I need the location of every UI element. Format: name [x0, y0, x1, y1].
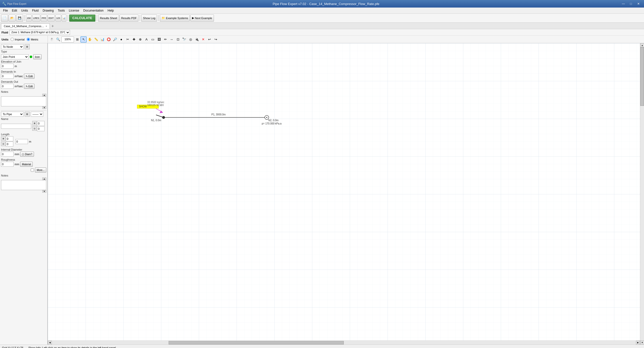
pipe-notes-area[interactable]	[1, 180, 46, 190]
menu-tools[interactable]: Tools	[56, 8, 67, 13]
zoom-out2-tool[interactable]: 🔭	[181, 36, 187, 42]
rect-tool[interactable]: ▭	[150, 36, 156, 42]
pipe2-tool[interactable]: 🔌	[194, 36, 200, 42]
imperial-radio-label[interactable]: Imperial	[11, 38, 25, 41]
scroll-up-btn[interactable]: ▲	[640, 43, 644, 47]
to-pipe-select[interactable]: To Pipe	[1, 112, 24, 117]
icon-btn-2[interactable]: LRES	[32, 15, 40, 22]
node-n1[interactable]	[162, 116, 165, 119]
bar-chart-tool[interactable]: 📊	[99, 36, 105, 42]
close-button[interactable]: ✕	[635, 1, 642, 6]
menu-license[interactable]: License	[67, 8, 81, 13]
demands-out-edit-btn[interactable]: ✎ Edit	[24, 84, 34, 89]
menu-fluid[interactable]: Fluid	[30, 8, 41, 13]
active-tab[interactable]: Case_14_Methane_Compress… ×	[1, 23, 50, 29]
icon-btn-6[interactable]: 📊	[62, 15, 66, 22]
icon-btn[interactable]: Icon	[33, 54, 42, 59]
menu-file[interactable]: File	[1, 8, 10, 13]
icon-btn-1[interactable]: 150	[26, 15, 32, 22]
cross-tool[interactable]: ✚	[131, 36, 137, 42]
icon-btn-5[interactable]: 123	[55, 15, 61, 22]
type-select[interactable]: Join Point	[1, 54, 29, 59]
scroll-down-btn[interactable]: ▼	[640, 340, 644, 344]
calculate-button[interactable]: CALCULATE	[69, 15, 95, 22]
pointer-tool[interactable]: ↖	[81, 36, 87, 42]
fit-tool[interactable]: ⊞	[74, 36, 80, 42]
node2-tool[interactable]: ◎	[187, 36, 194, 42]
maximize-button[interactable]: □	[627, 1, 634, 6]
elevation-input[interactable]	[1, 64, 14, 69]
node-grid-btn[interactable]: ⊞	[25, 44, 30, 49]
next-example-button[interactable]: ▶ Next Example	[190, 15, 214, 22]
text-tool[interactable]: A	[143, 36, 149, 42]
material-btn[interactable]: Material	[20, 162, 33, 167]
menu-drawing[interactable]: Drawing	[41, 8, 56, 13]
demands-out-input[interactable]	[1, 84, 14, 89]
v-scroll-track[interactable]	[640, 47, 644, 340]
fluid-selector[interactable]: Zone 1: Methane [0.679 kg/m³ at 0.0kPa.g…	[10, 30, 70, 35]
pump-tool[interactable]: ⊕	[137, 36, 143, 42]
length-btn-2[interactable]: ⊡	[1, 142, 6, 146]
cursor-tool[interactable]: 🖱️	[49, 36, 55, 42]
results-sheet-button[interactable]: Results Sheet	[98, 15, 119, 22]
node-tool[interactable]: ●	[118, 36, 124, 42]
show-log-button[interactable]: Show Log	[141, 15, 157, 22]
v-scroll-thumb[interactable]	[640, 47, 644, 106]
notes-scroll-down[interactable]: ▼	[42, 106, 46, 109]
pipe-notes-scroll-up[interactable]: ▲	[42, 178, 46, 180]
new-button[interactable]: 📄	[1, 15, 8, 22]
h-scroll-track[interactable]	[52, 341, 636, 344]
length-val-2[interactable]	[6, 142, 13, 147]
pipe-tool[interactable]: 📏	[93, 36, 99, 42]
pipe-val-2[interactable]	[37, 126, 45, 131]
pipe-grid-btn[interactable]: ⊞	[25, 112, 30, 117]
icon-btn-3[interactable]: PFE	[41, 15, 47, 22]
pipe-val-1[interactable]	[37, 121, 45, 126]
demands-in-input[interactable]	[1, 74, 14, 79]
metric-radio[interactable]	[27, 38, 30, 41]
window-controls[interactable]: — □ ✕	[620, 1, 642, 6]
zoom-in-tool[interactable]: 🔍	[55, 36, 61, 42]
length-input[interactable]	[15, 139, 28, 144]
pan-tool[interactable]: ✋	[87, 36, 93, 42]
length-val-1[interactable]	[6, 136, 13, 141]
scroll-left-btn[interactable]: ◀	[48, 341, 52, 345]
redo-tool[interactable]: ↪	[213, 36, 219, 42]
to-node-select[interactable]: To Node	[1, 44, 24, 49]
length-btn-1[interactable]: ⊞	[1, 136, 6, 141]
zoom-out-tool[interactable]: 🔎	[112, 36, 118, 42]
valve-tool[interactable]: ✂	[125, 36, 131, 42]
metric-radio-label[interactable]: Metric	[27, 38, 39, 41]
open-button[interactable]: 📂	[9, 15, 16, 22]
id-input[interactable]	[1, 152, 14, 157]
pipe-notes-scroll-down[interactable]: ▼	[42, 190, 46, 193]
imperial-radio[interactable]	[11, 38, 14, 41]
circle-tool[interactable]: ⭕	[106, 36, 112, 42]
more-btn[interactable]: More...	[35, 167, 46, 172]
example-systems-button[interactable]: 📁 Example Systems	[160, 15, 190, 22]
add-tab-button[interactable]: +	[50, 23, 55, 29]
pipe-btn-2[interactable]: ⊡	[32, 126, 37, 131]
node-notes-area[interactable]	[1, 96, 46, 106]
results-pdf-button[interactable]: Results PDF	[120, 15, 139, 22]
icon-btn-4[interactable]: EDIT	[48, 15, 55, 22]
demands-in-edit-btn[interactable]: ✎ Edit	[24, 74, 34, 79]
more-checkbox[interactable]	[31, 168, 34, 172]
scroll-right-btn[interactable]: ▶	[636, 341, 640, 345]
menu-help[interactable]: Help	[106, 8, 116, 13]
save-button[interactable]: 💾	[16, 15, 23, 22]
undo-tool[interactable]: ↩	[206, 36, 212, 42]
canvas-area[interactable]: SHOW 33.9500 kg/sec 180125 SCMH N1, 0.0m	[48, 43, 640, 340]
pipe-btn-1[interactable]: ⊞	[32, 121, 37, 125]
pipe-line-select[interactable]: ————	[31, 112, 43, 117]
image-tool[interactable]: 🖼	[156, 36, 162, 42]
diam-btn[interactable]: ⬡ Diam?	[20, 152, 34, 157]
menu-edit[interactable]: Edit	[10, 8, 19, 13]
edit-tool[interactable]: ✏	[162, 36, 168, 42]
pipe-name-input[interactable]	[1, 124, 31, 129]
menu-units[interactable]: Units	[19, 8, 30, 13]
h-scroll-thumb[interactable]	[169, 341, 344, 344]
delete-tool[interactable]: ✕	[200, 36, 206, 42]
roughness-input[interactable]	[1, 162, 14, 167]
flip-tool[interactable]: ↔	[169, 36, 175, 42]
